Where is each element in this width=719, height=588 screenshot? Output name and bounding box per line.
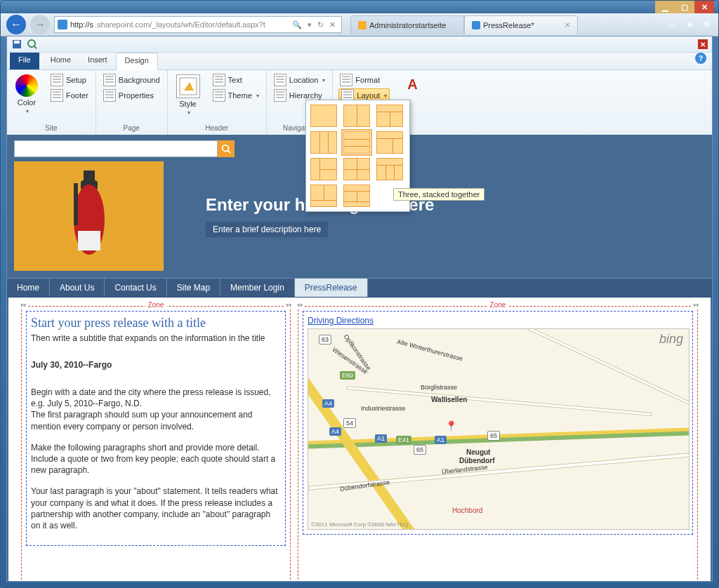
driving-directions-link[interactable]: Driving Directions xyxy=(308,316,374,326)
save-icon[interactable] xyxy=(11,39,22,50)
webpart-press[interactable]: Start your press release with a title Th… xyxy=(26,311,286,546)
setup-button[interactable]: Setup xyxy=(49,73,90,87)
hw-e60: E60 xyxy=(340,371,355,380)
hero-description[interactable]: Enter a brief description here xyxy=(206,222,328,237)
window-maximize-button[interactable]: ▢ xyxy=(675,1,694,13)
hw-54: 54 xyxy=(343,418,356,428)
browser-tab-admin[interactable]: Administratorstartseite xyxy=(350,15,464,34)
dropdown-icon[interactable]: ▾ xyxy=(305,20,315,29)
refresh-icon[interactable]: ↻ xyxy=(315,20,326,29)
color-button[interactable]: Color▾ xyxy=(13,73,41,116)
press-p1b[interactable]: The first paragraph should sum up your a… xyxy=(31,409,281,432)
layout-option-header-side[interactable] xyxy=(376,131,403,154)
font-style-button[interactable]: A xyxy=(398,73,426,98)
street-industrie: Industriestrasse xyxy=(361,405,406,412)
style-button[interactable]: Style▾ xyxy=(173,73,203,117)
layout-option-header-two[interactable] xyxy=(376,105,403,127)
layout-option-complex[interactable] xyxy=(376,158,403,180)
hw-65b: 65 xyxy=(487,431,500,441)
zone-handle-icon[interactable]: ⇔ xyxy=(19,301,27,309)
nav-home[interactable]: Home xyxy=(7,279,50,297)
zone-right[interactable]: Zone ⇔ ⇔ Driving Directions bing xyxy=(298,306,698,581)
nav-pressrelease[interactable]: PressRelease xyxy=(295,279,368,297)
forward-button[interactable]: → xyxy=(30,15,50,34)
app-close-button[interactable]: ✕ xyxy=(698,39,708,49)
layout-gallery-popup: Three, stacked together xyxy=(305,100,410,212)
map-canvas[interactable]: bing A4 A4 E60 A1 E41 A1 xyxy=(308,328,690,530)
press-p3[interactable]: Your last paragraph is your "about" stat… xyxy=(31,486,281,531)
properties-button[interactable]: Properties xyxy=(102,88,161,102)
quick-access-toolbar: ✕ xyxy=(7,36,712,53)
zone-handle-icon[interactable]: ⇔ xyxy=(284,301,293,309)
hw-63: 63 xyxy=(319,335,331,345)
search-input[interactable] xyxy=(14,140,218,157)
press-p2[interactable]: Make the following paragraphs short and … xyxy=(31,442,281,476)
group-label: Header xyxy=(173,123,260,132)
zone-label: Zone xyxy=(145,301,167,309)
svg-point-5 xyxy=(223,145,229,152)
zone-left[interactable]: Zone ⇔ ⇔ Start your press release with a… xyxy=(21,306,291,581)
press-title[interactable]: Start your press release with a title xyxy=(31,316,281,330)
stop-icon[interactable]: ✕ xyxy=(326,20,338,29)
preview-icon[interactable] xyxy=(27,39,38,50)
window-close-button[interactable]: ✕ xyxy=(694,1,714,13)
zone-handle-icon[interactable]: ⇔ xyxy=(296,301,304,309)
bing-logo: bing xyxy=(659,332,683,347)
press-p1a[interactable]: Begin with a date and the city where the… xyxy=(31,387,281,409)
layout-option-full[interactable] xyxy=(310,105,337,127)
site-nav: Home About Us Contact Us Site Map Member… xyxy=(7,278,712,298)
window-minimize-button[interactable]: ▁ xyxy=(655,1,675,13)
url-input[interactable] xyxy=(93,20,289,29)
back-button[interactable]: ← xyxy=(6,15,26,34)
page-body: Zone ⇔ ⇔ Start your press release with a… xyxy=(8,298,711,581)
press-subtitle[interactable]: Then write a subtitle that expands on th… xyxy=(31,333,281,343)
hw-a1b: A1 xyxy=(435,436,447,444)
help-icon[interactable]: ? xyxy=(695,53,706,64)
browser-tab-pressrelease[interactable]: PressRelease* ✕ xyxy=(464,15,578,34)
window-titlebar: ▁ ▢ ✕ xyxy=(1,1,718,13)
favorites-icon[interactable]: ★ xyxy=(686,20,696,29)
nav-sitemap[interactable]: Site Map xyxy=(167,279,220,297)
street-alte: Alte Winterthurerstrasse xyxy=(396,338,463,363)
svg-rect-1 xyxy=(14,41,20,44)
search-icon[interactable]: 🔍 xyxy=(289,20,305,29)
zone-label: Zone xyxy=(487,301,509,309)
footer-button[interactable]: Footer xyxy=(49,88,90,102)
tab-insert[interactable]: Insert xyxy=(79,53,116,69)
town-wallisellen: Wallisellen xyxy=(431,396,467,403)
tab-home[interactable]: Home xyxy=(42,53,79,69)
hw-e41: E41 xyxy=(396,436,411,444)
nav-about[interactable]: About Us xyxy=(50,279,105,297)
tab-close-icon[interactable]: ✕ xyxy=(565,21,570,29)
tools-icon[interactable]: ⚙ xyxy=(703,20,713,29)
ribbon-group-site: Color▾ Setup Footer Site xyxy=(7,70,96,135)
layout-option-two-col[interactable] xyxy=(343,105,370,127)
ribbon-group-header: Style▾ Text Theme▾ Header xyxy=(168,70,267,135)
layout-option-side-two[interactable] xyxy=(310,158,337,180)
nav-login[interactable]: Member Login xyxy=(220,279,295,297)
layout-option-grid[interactable] xyxy=(343,158,370,180)
layout-option-three-col[interactable] xyxy=(310,131,337,154)
format-button[interactable]: Format xyxy=(338,73,390,87)
town-dubendorf: Dübendorf xyxy=(459,457,495,465)
location-button[interactable]: Location▾ xyxy=(272,73,327,87)
layout-option-footer[interactable] xyxy=(310,185,337,207)
layout-option-three-stacked[interactable]: Three, stacked together xyxy=(343,131,370,154)
tab-design[interactable]: Design xyxy=(116,53,158,70)
text-button[interactable]: Text xyxy=(211,73,260,87)
background-button[interactable]: Background xyxy=(102,73,161,87)
tab-file[interactable]: File xyxy=(10,53,39,69)
town-neugut: Neugut xyxy=(466,448,490,456)
nav-contact[interactable]: Contact Us xyxy=(105,279,166,297)
layout-option-header-footer[interactable] xyxy=(343,185,370,207)
zone-handle-icon[interactable]: ⇔ xyxy=(692,301,700,309)
tab-label: Administratorstartseite xyxy=(369,21,446,29)
street-burgli: Bürglistrasse xyxy=(421,384,457,391)
press-date[interactable]: July 30, 2010--Fargo xyxy=(31,360,281,370)
search-button[interactable] xyxy=(218,140,235,157)
home-icon[interactable]: ⌂ xyxy=(669,20,679,29)
webpart-map[interactable]: Driving Directions bing A4 A4 E60 xyxy=(303,311,693,535)
address-bar[interactable]: http://s 🔍 ▾ ↻ ✕ xyxy=(54,16,342,33)
theme-button[interactable]: Theme▾ xyxy=(211,88,260,102)
style-label: Style xyxy=(179,100,196,108)
